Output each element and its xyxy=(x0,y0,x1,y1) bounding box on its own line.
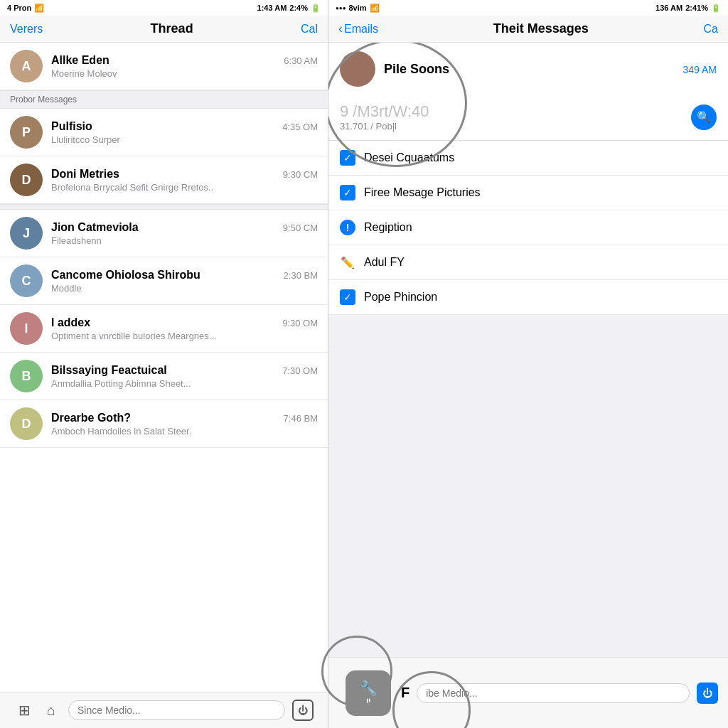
message-time: 9:30 OM xyxy=(282,318,318,328)
pencil-icon: ✏️ xyxy=(340,255,355,270)
left-time: 1:43 AM xyxy=(257,4,287,12)
checkbox-icon: ✓ xyxy=(340,150,355,166)
right-nav-action[interactable]: Ca xyxy=(704,23,718,36)
sender-name: Doni Metries xyxy=(51,168,119,181)
right-content: Pile Soons 349 AM 9 /M3rt/W:40 31.701 / … xyxy=(328,43,728,657)
right-battery-icon: 🔋 xyxy=(711,4,721,13)
right-label-f: F xyxy=(398,685,410,701)
right-status-left: ●●● 8vim 📶 xyxy=(336,4,380,13)
left-back-button[interactable]: Verers xyxy=(10,23,43,36)
sender-name: l addex xyxy=(51,316,90,329)
list-item[interactable]: C Cancome Ohiolosa Shirobu 2:30 BM Moddl… xyxy=(0,257,328,305)
settings-item[interactable]: ! Regiption xyxy=(328,210,728,245)
left-search-input[interactable] xyxy=(68,700,285,720)
avatar: P xyxy=(10,116,43,149)
right-status-bar: ●●● 8vim 📶 136 AM 2:41% 🔋 xyxy=(328,0,728,16)
message-content: Bilssaying Feactuical 7:30 OM Anmdallia … xyxy=(51,364,318,389)
checkbox-icon: ✓ xyxy=(340,185,355,200)
message-preview: Lluliritcco Surper xyxy=(51,134,318,145)
settings-item[interactable]: ✓ Desei Cquaatums xyxy=(328,141,728,176)
right-back-button[interactable]: ‹ Emails xyxy=(338,21,378,36)
right-back-label: Emails xyxy=(344,23,378,36)
list-item[interactable]: D Drearbe Goth? 7:46 BM Amboch Hamdolies… xyxy=(0,400,328,448)
settings-list: ✓ Desei Cquaatums ✓ Firee Mesage Picturi… xyxy=(328,141,728,315)
left-panel: 4 Pron 📶 1:43 AM 2:4% 🔋 Verers Thread Ca… xyxy=(0,0,328,728)
search-button[interactable]: 🔍 xyxy=(691,105,717,130)
left-nav-bar: Verers Thread Cal xyxy=(0,16,328,43)
contact-avatar xyxy=(340,51,375,87)
message-preview: Brofelona Brrycaid Sefit Gnirge Rretos.. xyxy=(51,182,318,193)
left-carrier: 4 Pron xyxy=(7,4,31,12)
message-top: Drearbe Goth? 7:46 BM xyxy=(51,412,318,424)
left-signal: 2:4% xyxy=(289,4,308,12)
left-grid-icon[interactable]: ⌂ xyxy=(41,700,61,720)
message-top: Pulfisio 4:35 OM xyxy=(51,120,318,133)
left-status-bar: 4 Pron 📶 1:43 AM 2:4% 🔋 xyxy=(0,0,328,16)
list-item[interactable]: A Allke Eden 6:30 AM Moerine Moleov xyxy=(0,43,328,90)
avatar: C xyxy=(10,264,43,297)
message-content: Drearbe Goth? 7:46 BM Amboch Hamdolies i… xyxy=(51,412,318,437)
message-preview: Optiment a vnrctille bulories Meargnes..… xyxy=(51,331,318,341)
list-item[interactable]: B Bilssaying Feactuical 7:30 OM Anmdalli… xyxy=(0,353,328,400)
location-info: 9 /M3rt/W:40 31.701 / Pob|l xyxy=(340,102,429,132)
avatar: A xyxy=(10,50,43,82)
message-preview: Moddle xyxy=(51,283,318,294)
message-time: 4:35 OM xyxy=(282,122,318,132)
section-header: Probor Messages xyxy=(0,90,328,109)
left-power-button[interactable]: ⏻ xyxy=(292,700,314,721)
right-search-input[interactable] xyxy=(417,683,690,703)
right-power-button[interactable]: ⏻ xyxy=(697,682,718,704)
sender-name: Allke Eden xyxy=(51,54,109,67)
avatar: B xyxy=(10,360,43,392)
right-bottom-toolbar: 🔧 ⏸ F ⏻ xyxy=(328,657,728,728)
settings-label: Pope Phincion xyxy=(364,291,437,304)
message-preview: Moerine Moleov xyxy=(51,68,318,79)
message-content: l addex 9:30 OM Optiment a vnrctille bul… xyxy=(51,316,318,341)
left-nav-action[interactable]: Cal xyxy=(301,23,318,36)
message-preview: Amboch Hamdolies in Salat Steer. xyxy=(51,426,318,437)
right-time: 136 AM xyxy=(655,4,682,12)
section-divider xyxy=(0,204,328,210)
list-item[interactable]: J Jion Catmeviola 9:50 CM Fileadshenn xyxy=(0,210,328,257)
exclamation-icon: ! xyxy=(340,220,355,235)
chevron-left-icon: ‹ xyxy=(338,21,343,36)
avatar: l xyxy=(10,312,43,345)
message-time: 6:30 AM xyxy=(284,55,318,66)
left-nav-title: Thread xyxy=(151,21,193,36)
message-top: Doni Metries 9:30 CM xyxy=(51,168,318,181)
settings-item[interactable]: ✓ Firee Mesage Picturies xyxy=(328,176,728,210)
message-content: Jion Catmeviola 9:50 CM Fileadshenn xyxy=(51,221,318,246)
contact-info: Pile Soons 349 AM xyxy=(384,62,717,77)
message-top: Bilssaying Feactuical 7:30 OM xyxy=(51,364,318,377)
right-status-right: 136 AM 2:41% 🔋 xyxy=(655,4,721,13)
checkbox-icon: ✓ xyxy=(340,289,355,305)
message-top: Allke Eden 6:30 AM xyxy=(51,54,318,67)
settings-label: Firee Mesage Picturies xyxy=(364,186,481,199)
settings-item[interactable]: ✏️ Adul FY xyxy=(328,245,728,280)
avatar: D xyxy=(10,164,43,196)
left-home-icon[interactable]: ⊞ xyxy=(14,700,34,720)
avatar: D xyxy=(10,407,43,440)
contact-name: Pile Soons xyxy=(384,62,449,77)
sender-name: Bilssaying Feactuical xyxy=(51,364,167,377)
list-item[interactable]: P Pulfisio 4:35 OM Lluliritcco Surper xyxy=(0,109,328,156)
message-time: 7:46 BM xyxy=(284,413,318,424)
message-top: Jion Catmeviola 9:50 CM xyxy=(51,221,318,234)
grey-action-button[interactable]: 🔧 ⏸ xyxy=(346,670,391,716)
message-preview: Anmdallia Potting Abimna Sheet... xyxy=(51,378,318,389)
list-item[interactable]: D Doni Metries 9:30 CM Brofelona Brrycai… xyxy=(0,156,328,204)
right-signal: 2:41% xyxy=(685,4,708,12)
message-time: 9:30 CM xyxy=(283,169,318,180)
sender-name: Pulfisio xyxy=(51,120,92,133)
settings-label: Desei Cquaatums xyxy=(364,151,454,164)
left-message-list: A Allke Eden 6:30 AM Moerine Moleov Prob… xyxy=(0,43,328,692)
sender-name: Cancome Ohiolosa Shirobu xyxy=(51,269,200,282)
message-content: Cancome Ohiolosa Shirobu 2:30 BM Moddle xyxy=(51,269,318,294)
contact-section: Pile Soons 349 AM 9 /M3rt/W:40 31.701 / … xyxy=(328,43,728,141)
list-item[interactable]: l l addex 9:30 OM Optiment a vnrctille b… xyxy=(0,305,328,353)
contact-row[interactable]: Pile Soons 349 AM xyxy=(328,43,728,95)
settings-item[interactable]: ✓ Pope Phincion xyxy=(328,280,728,315)
sender-name: Jion Catmeviola xyxy=(51,221,139,234)
left-bottom-toolbar: ⊞ ⌂ ⏻ xyxy=(0,692,328,728)
settings-label: Regiption xyxy=(364,221,412,234)
